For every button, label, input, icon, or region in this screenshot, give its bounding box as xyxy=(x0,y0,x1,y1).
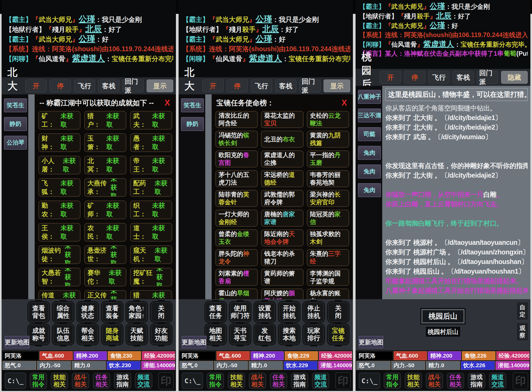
task-cell[interactable]: 梁兴禄的长安府官印 xyxy=(307,190,349,207)
menu-button[interactable]: 角色↑ 家园↑ xyxy=(126,302,147,322)
achievement-cell[interactable]: 悬壶济世：未获取 xyxy=(84,245,126,264)
titlebar-fly-button[interactable]: 飞行 xyxy=(251,79,272,92)
menu-button[interactable]: 好友 功能 xyxy=(151,324,172,345)
task-cell[interactable]: 黄裳的九阴残篇 xyxy=(307,131,349,148)
achievement-cell[interactable]: 愚者：未获取 xyxy=(130,133,172,152)
cli-icon[interactable]: C:\_ xyxy=(182,373,203,389)
task-cell[interactable]: 北丑的布衣 xyxy=(261,131,303,148)
task-cell[interactable]: 紫虚道人的尘拂 xyxy=(261,150,303,167)
menu-button[interactable]: 玩家 排行 xyxy=(303,324,324,345)
achievement-cell[interactable]: 飞狐：未获取 xyxy=(38,178,80,197)
command-guide-button[interactable]: 游戏 指南 xyxy=(114,373,131,389)
task-cell[interactable]: 史松的云龙鞭法 xyxy=(307,111,349,128)
menu-button[interactable]: 查看 装备 xyxy=(102,302,123,322)
titlebar-hide-button[interactable]: 隐藏 xyxy=(501,71,528,84)
titlebar-inn-button[interactable]: 客栈 xyxy=(275,79,296,92)
achievement-cell[interactable]: 财神：未获取 xyxy=(38,133,80,152)
sidebar-button[interactable]: 兔肉 xyxy=(358,164,381,179)
achievement-cell[interactable]: 矿师：未获取 xyxy=(84,201,126,219)
observe-button[interactable]: 观 察 xyxy=(517,323,528,341)
command-skill-button[interactable]: 技能 相关 xyxy=(405,373,422,389)
command-channel-button[interactable]: 频道 交流 xyxy=(135,373,152,389)
command-combat-button[interactable]: 战斗 相关 xyxy=(72,373,89,389)
sidebar-button[interactable]: 静奶 xyxy=(181,117,204,131)
command-quest-button[interactable]: 任务 相关 xyxy=(93,373,110,389)
titlebar-stop-button[interactable]: 停 xyxy=(404,71,425,84)
achievement-cell[interactable]: 猎户：未获取 xyxy=(84,111,126,130)
achievement-cell[interactable]: 传道者：未获取 xyxy=(38,290,80,299)
command-channel-button[interactable]: 频道 交流 xyxy=(312,373,329,389)
task-cell[interactable]: 霍山的旱烟袋 xyxy=(215,289,258,299)
custom-button[interactable]: 自 定 xyxy=(517,302,528,320)
sidebar-button[interactable]: 兔肉 xyxy=(358,146,381,160)
titlebar-open-button[interactable]: 开 xyxy=(25,79,47,92)
task-cell[interactable]: 葵花太监的宝贝 xyxy=(261,111,303,128)
titlebar-display-button[interactable]: 显示 xyxy=(147,79,173,92)
task-cell[interactable]: 唐楠的唐家家谱 xyxy=(261,210,303,227)
command-combat-button[interactable]: 战斗 相关 xyxy=(249,373,266,389)
menu-button[interactable]: 查看 任务 xyxy=(205,302,226,322)
achievement-cell[interactable]: 道士：未获取 xyxy=(130,223,172,242)
task-cell[interactable]: 平一指的丹玉磨 xyxy=(307,150,349,167)
command-skill-button[interactable]: 技能 相关 xyxy=(228,373,245,389)
task-cell[interactable]: 陈近南的天地会令牌 xyxy=(261,229,303,246)
titlebar-inn-button[interactable]: 客栈 xyxy=(98,79,119,92)
achievement-cell[interactable]: 武夫：未获取 xyxy=(130,111,172,130)
command-guide-button[interactable]: 游戏 指南 xyxy=(291,373,308,389)
menu-button[interactable]: 健康 状态 xyxy=(77,302,98,322)
task-cell[interactable]: 冯锡范的镔铁长剑 xyxy=(215,131,258,148)
command-combat-button[interactable]: 战斗 相关 xyxy=(426,373,443,389)
menu-button[interactable]: 停止 挂机 xyxy=(303,302,324,322)
sidebar-button[interactable]: 静奶 xyxy=(4,117,27,131)
sidebar-button[interactable]: 笑苍生 xyxy=(4,98,27,113)
titlebar-display-button[interactable]: 显示 xyxy=(324,79,350,92)
achievement-cell[interactable]: 挖矿狂魔：未获取 xyxy=(130,268,172,286)
task-cell[interactable]: 李博渊的国子监学规 xyxy=(307,269,349,286)
achievement-cell[interactable]: 正义传说：未获取 xyxy=(84,290,126,299)
update-map-button[interactable]: 更新地图 xyxy=(358,335,384,349)
sidebar-button[interactable]: 八重神子 xyxy=(358,90,381,104)
titlebar-stop-button[interactable]: 停 xyxy=(50,79,71,92)
achievement-cell[interactable]: 窥天机：未获取 xyxy=(130,245,172,264)
location-nav-button[interactable]: 桃园后山 xyxy=(422,309,464,323)
sidebar-button[interactable]: 兔肉 xyxy=(358,183,381,197)
achievement-cell[interactable]: 帝王：未获取 xyxy=(130,156,172,174)
task-cell[interactable]: 陆冠英的家信 xyxy=(307,210,349,227)
menu-button[interactable]: 搜索 本地 xyxy=(279,324,300,345)
titlebar-stop-button[interactable]: 停 xyxy=(227,79,248,92)
menu-button[interactable]: 帮会 相关 xyxy=(77,324,98,345)
command-skill-button[interactable]: 技能 相关 xyxy=(51,373,68,389)
menu-button[interactable]: 发 红包 xyxy=(254,324,275,345)
update-map-button[interactable]: 更新地图 xyxy=(181,335,207,349)
task-cell[interactable]: 茅十八的五虎刀法 xyxy=(215,170,258,187)
menu-button[interactable]: 关 闭 xyxy=(328,302,349,322)
achievement-cell[interactable]: 矿工：未获取 xyxy=(38,111,80,130)
menu-button[interactable]: 宝镜 任务 xyxy=(328,324,349,345)
titlebar-open-button[interactable]: 开 xyxy=(380,71,401,84)
menu-button[interactable]: 使用 师门符 xyxy=(230,302,251,322)
command-guide-button[interactable]: 游戏 指南 xyxy=(468,373,485,389)
menu-button[interactable]: 随身 商城 xyxy=(102,324,123,345)
task-cell[interactable]: 朱熹的三字经 xyxy=(307,249,349,266)
close-icon[interactable]: X xyxy=(164,98,172,108)
task-cell[interactable]: 刘素素的檀香扇 xyxy=(215,269,258,286)
task-cell[interactable]: 武敦儒的郭府令牌 xyxy=(261,190,303,207)
achievement-cell[interactable]: 大愚若智：未获取 xyxy=(38,268,80,286)
task-cell[interactable]: 钱老本的杀猪刀 xyxy=(261,249,303,266)
menu-button[interactable]: 开始 挂机 xyxy=(279,302,300,322)
command-common-button[interactable]: 常用 指令 xyxy=(207,373,224,389)
task-cell[interactable]: 曾柔的金缕玉衣 xyxy=(215,229,258,246)
close-icon[interactable]: X xyxy=(341,98,349,108)
task-cell[interactable]: 清发比丘的阿含经 xyxy=(215,111,258,128)
achievement-cell[interactable]: 勤农：未获取 xyxy=(38,201,80,219)
task-cell[interactable]: 阿庆嫂的胭脂水粉 xyxy=(261,289,303,299)
menu-button[interactable]: 天赋 技能 xyxy=(126,324,147,345)
achievement-cell[interactable]: 烟波钓徒：未获取 xyxy=(38,245,80,264)
command-channel-button[interactable]: 频道 交流 xyxy=(489,373,506,389)
achievement-cell[interactable]: 猎王：未获取 xyxy=(130,290,172,299)
command-common-button[interactable]: 常用 指令 xyxy=(384,373,401,389)
menu-button[interactable]: 关 闭 xyxy=(151,302,172,322)
titlebar-fly-button[interactable]: 飞行 xyxy=(74,79,95,92)
menu-button[interactable]: 成就 称号 xyxy=(28,324,49,345)
task-cell[interactable]: 独孤求败的木剑 xyxy=(307,229,349,246)
